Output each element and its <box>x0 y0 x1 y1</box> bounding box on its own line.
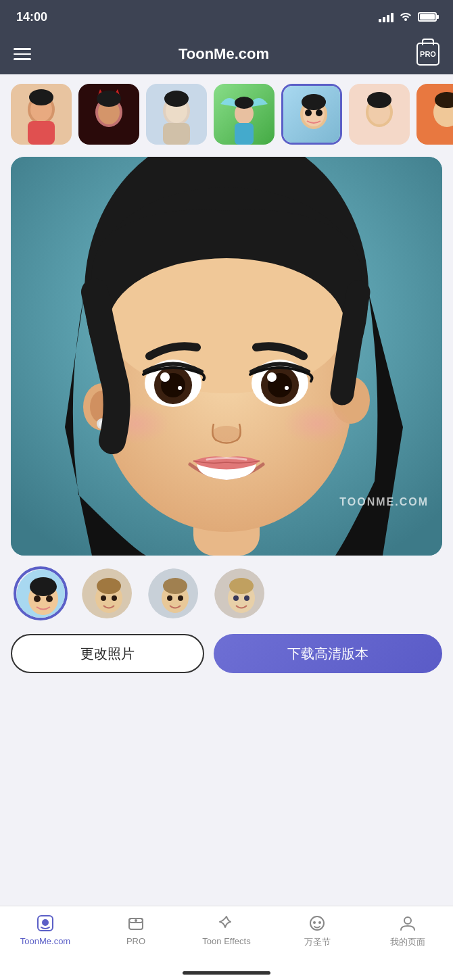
menu-button[interactable] <box>14 48 31 60</box>
signal-icon <box>379 11 394 22</box>
avatar-2[interactable] <box>80 566 134 620</box>
svg-rect-12 <box>163 123 190 145</box>
pro-badge-label: PRO <box>420 50 436 58</box>
avatar-1[interactable] <box>14 566 68 620</box>
svg-point-76 <box>42 919 49 926</box>
svg-point-81 <box>313 921 316 924</box>
svg-point-59 <box>46 595 53 602</box>
svg-point-62 <box>97 578 121 594</box>
watermark: TOONME.COM <box>339 496 429 508</box>
svg-point-73 <box>233 595 239 601</box>
thumbnail-7[interactable] <box>416 84 453 145</box>
svg-point-49 <box>267 372 277 382</box>
action-buttons: 更改照片 下载高清版本 <box>0 634 453 673</box>
app-header: ToonMe.com PRO <box>0 34 453 74</box>
svg-point-51 <box>285 386 289 390</box>
nav-pro[interactable]: PRO <box>91 913 181 946</box>
svg-point-54 <box>283 403 351 444</box>
svg-point-21 <box>305 109 312 116</box>
nav-profile[interactable]: 我的页面 <box>362 913 453 948</box>
wifi-icon <box>399 10 412 24</box>
thumbnail-1[interactable] <box>11 84 72 145</box>
svg-point-67 <box>163 578 187 594</box>
svg-point-22 <box>316 109 323 116</box>
svg-point-13 <box>164 91 189 107</box>
svg-point-23 <box>302 94 326 110</box>
svg-point-8 <box>97 91 121 107</box>
svg-point-4 <box>29 89 53 105</box>
svg-rect-16 <box>235 123 254 145</box>
svg-point-17 <box>235 97 254 109</box>
change-photo-button[interactable]: 更改照片 <box>11 634 204 673</box>
svg-point-72 <box>229 578 254 594</box>
pro-icon <box>126 913 146 933</box>
bottom-nav: ToonMe.com PRO Toon Effects <box>0 906 453 980</box>
effects-icon <box>216 913 237 933</box>
thumbnail-2[interactable] <box>78 84 139 145</box>
pro-badge-button[interactable]: PRO <box>416 43 439 66</box>
svg-point-50 <box>178 386 182 390</box>
status-time: 14:00 <box>16 10 47 24</box>
home-indicator <box>183 971 270 975</box>
thumbnail-5[interactable] <box>281 84 342 145</box>
nav-halloween[interactable]: 万圣节 <box>272 913 362 948</box>
download-hd-button[interactable]: 下载高清版本 <box>214 634 442 673</box>
svg-point-74 <box>244 595 249 601</box>
svg-point-58 <box>34 595 41 602</box>
svg-point-69 <box>178 595 183 601</box>
nav-effects-label: Toon Effects <box>202 936 250 946</box>
svg-point-83 <box>404 917 411 924</box>
nav-profile-label: 我的页面 <box>390 936 425 948</box>
svg-rect-3 <box>28 121 55 145</box>
svg-point-82 <box>318 921 321 924</box>
nav-toonme[interactable]: ToonMe.com <box>0 913 91 946</box>
svg-point-57 <box>30 577 57 596</box>
avatar-3[interactable] <box>146 566 200 620</box>
status-icons <box>379 10 437 24</box>
avatar-4[interactable] <box>212 566 266 620</box>
thumbnail-6[interactable] <box>349 84 410 145</box>
nav-pro-label: PRO <box>126 936 145 946</box>
svg-point-48 <box>160 372 170 382</box>
app-title: ToonMe.com <box>178 45 269 63</box>
nav-effects[interactable]: Toon Effects <box>181 913 272 946</box>
battery-icon <box>418 12 437 22</box>
toonme-icon <box>35 913 55 933</box>
halloween-icon <box>307 913 327 933</box>
thumbnail-strip <box>0 74 453 154</box>
status-bar: 14:00 <box>0 0 453 34</box>
profile-icon <box>398 913 418 933</box>
nav-toonme-label: ToonMe.com <box>20 936 70 946</box>
svg-point-63 <box>101 595 106 601</box>
thumbnail-4[interactable] <box>214 84 275 145</box>
svg-point-64 <box>112 595 117 601</box>
svg-point-27 <box>367 92 391 108</box>
thumbnail-3[interactable] <box>146 84 207 145</box>
svg-point-68 <box>167 595 172 601</box>
svg-point-79 <box>135 919 137 922</box>
nav-halloween-label: 万圣节 <box>304 936 331 948</box>
avatar-selector <box>0 556 453 631</box>
main-image: TOONME.COM <box>11 157 442 556</box>
